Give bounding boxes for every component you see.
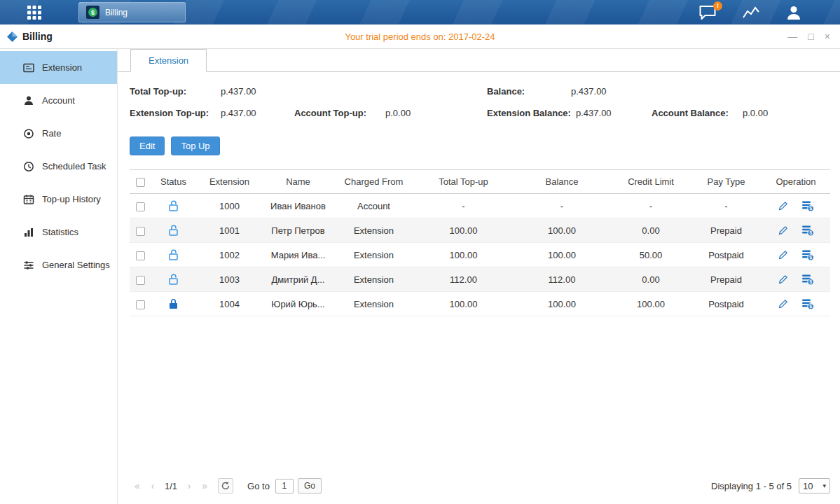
status-lock-icon <box>167 224 179 234</box>
sidebar-item-rate[interactable]: Rate <box>0 117 117 150</box>
total-topup-label: Total Top-up: <box>130 86 186 97</box>
window-title: Billing <box>22 31 53 42</box>
sidebar-item-topup-history[interactable]: Top-up History <box>0 183 117 216</box>
messages-icon[interactable]: ! <box>698 5 717 20</box>
extension-row[interactable]: 1002 Мария Ива... Extension 100.00 100.0… <box>130 243 830 267</box>
cell-total-topup: 100.00 <box>414 292 513 316</box>
minimize-button[interactable]: — <box>787 31 797 41</box>
extension-row[interactable]: 1001 Петр Петров Extension 100.00 100.00… <box>130 218 830 243</box>
last-page-button[interactable]: » <box>197 478 212 493</box>
go-button[interactable]: Go <box>298 478 322 493</box>
taskbar-billing-tab[interactable]: $ Billing <box>78 2 186 22</box>
cell-charged-from: Extension <box>333 243 414 267</box>
cell-credit-limit: - <box>611 194 691 218</box>
extension-row[interactable]: 1000 Иван Иванов Account - - - - <box>130 194 830 218</box>
edit-row-icon[interactable] <box>778 298 789 309</box>
first-page-button[interactable]: « <box>130 478 145 493</box>
extension-icon <box>23 62 34 74</box>
topup-records-icon[interactable]: $ <box>801 298 814 310</box>
page-indicator: 1/1 <box>165 481 177 491</box>
sidebar-item-extension[interactable]: Extension <box>0 51 117 84</box>
cell-charged-from: Extension <box>333 218 414 243</box>
table-header-row: Status Extension Name Charged From Total… <box>130 170 830 194</box>
col-name: Name <box>263 170 333 194</box>
displaying-text: Displaying 1 - 5 of 5 <box>711 481 792 491</box>
extension-topup-value: p.437.00 <box>221 108 256 118</box>
cell-name: Петр Петров <box>263 218 333 243</box>
topbar: $ Billing ! <box>0 0 840 24</box>
apps-grid-icon[interactable] <box>27 5 42 20</box>
summary-section: Total Top-up: p.437.00 Balance: p.437.00… <box>118 72 840 127</box>
edit-button[interactable]: Edit <box>130 136 165 155</box>
reports-icon[interactable] <box>742 6 760 20</box>
sidebar-item-scheduled-task[interactable]: Scheduled Task <box>0 150 117 183</box>
page-size-select[interactable]: 10 ▾ <box>799 478 830 493</box>
goto-label: Go to <box>247 481 270 491</box>
cell-charged-from: Account <box>333 194 414 218</box>
user-icon[interactable] <box>785 5 802 20</box>
sidebar-item-general-settings[interactable]: General Settings <box>0 248 117 281</box>
pagination-bar: « ‹ 1/1 › » Go to Go Displaying 1 - 5 of… <box>118 472 840 504</box>
close-button[interactable]: × <box>825 31 830 41</box>
maximize-button[interactable]: □ <box>808 31 813 41</box>
extension-topup-label: Extension Top-up: <box>130 108 209 118</box>
app-window: $ Billing ! Billing Your trial period en… <box>0 0 840 504</box>
row-checkbox[interactable] <box>136 300 145 309</box>
tabstrip: Extension <box>118 49 840 72</box>
col-charged-from: Charged From <box>333 170 414 194</box>
cell-total-topup: 100.00 <box>414 243 513 267</box>
extension-row[interactable]: 1003 Дмитрий Д... Extension 112.00 112.0… <box>130 267 830 292</box>
cell-charged-from: Extension <box>333 267 414 292</box>
sidebar-item-statistics[interactable]: Statistics <box>0 216 117 248</box>
topup-records-icon[interactable]: $ <box>801 200 814 212</box>
select-all-checkbox[interactable] <box>136 178 145 187</box>
topup-records-icon[interactable]: $ <box>801 274 814 286</box>
edit-row-icon[interactable] <box>778 249 789 260</box>
row-checkbox[interactable] <box>136 202 145 211</box>
account-balance-label: Account Balance: <box>652 108 729 118</box>
extension-row[interactable]: 1004 Юрий Юрь... Extension 100.00 100.00… <box>130 292 830 316</box>
cell-balance: 100.00 <box>513 292 611 316</box>
tab-extension[interactable]: Extension <box>130 49 207 72</box>
edit-row-icon[interactable] <box>778 200 789 211</box>
edit-row-icon[interactable] <box>778 274 789 285</box>
cell-balance: 100.00 <box>513 243 611 267</box>
cell-extension: 1002 <box>196 243 263 267</box>
edit-row-icon[interactable] <box>778 225 789 236</box>
row-checkbox[interactable] <box>136 251 145 260</box>
row-checkbox[interactable] <box>136 227 145 236</box>
balance-value: p.437.00 <box>571 86 607 97</box>
next-page-button[interactable]: › <box>181 478 197 493</box>
status-lock-icon <box>167 248 179 259</box>
cell-pay-type: Postpaid <box>691 292 762 316</box>
page-size-value: 10 <box>803 481 813 491</box>
status-lock-icon <box>167 200 179 210</box>
prev-page-button[interactable]: ‹ <box>145 478 160 493</box>
sidebar-item-account[interactable]: Account <box>0 84 117 117</box>
cell-total-topup: - <box>414 194 513 218</box>
row-checkbox[interactable] <box>136 276 145 285</box>
cell-extension: 1000 <box>196 194 263 218</box>
cell-balance: 100.00 <box>513 218 611 243</box>
cell-balance: 112.00 <box>513 267 611 292</box>
topup-records-icon[interactable]: $ <box>801 225 814 237</box>
window-body: Extension Account Rate Scheduled Task To… <box>0 49 840 504</box>
rate-icon <box>23 128 34 139</box>
topup-records-icon[interactable]: $ <box>801 249 814 261</box>
trial-notice: Your trial period ends on: 2017-02-24 <box>0 31 840 42</box>
cell-extension: 1003 <box>196 267 263 292</box>
account-topup-value: p.0.00 <box>385 108 411 118</box>
cell-credit-limit: 100.00 <box>611 292 691 316</box>
cell-credit-limit: 0.00 <box>611 267 691 292</box>
cell-pay-type: - <box>691 194 762 218</box>
select-all-header <box>130 170 151 194</box>
goto-page-input[interactable] <box>275 479 294 493</box>
refresh-button[interactable] <box>218 478 233 493</box>
col-pay-type: Pay Type <box>691 170 762 194</box>
refresh-icon <box>221 481 230 491</box>
topup-button[interactable]: Top Up <box>171 136 219 155</box>
titlebar: Billing Your trial period ends on: 2017-… <box>0 24 840 49</box>
window-controls: — □ × <box>787 31 830 41</box>
action-buttons: Edit Top Up <box>118 127 840 155</box>
svg-text:$: $ <box>809 206 812 211</box>
